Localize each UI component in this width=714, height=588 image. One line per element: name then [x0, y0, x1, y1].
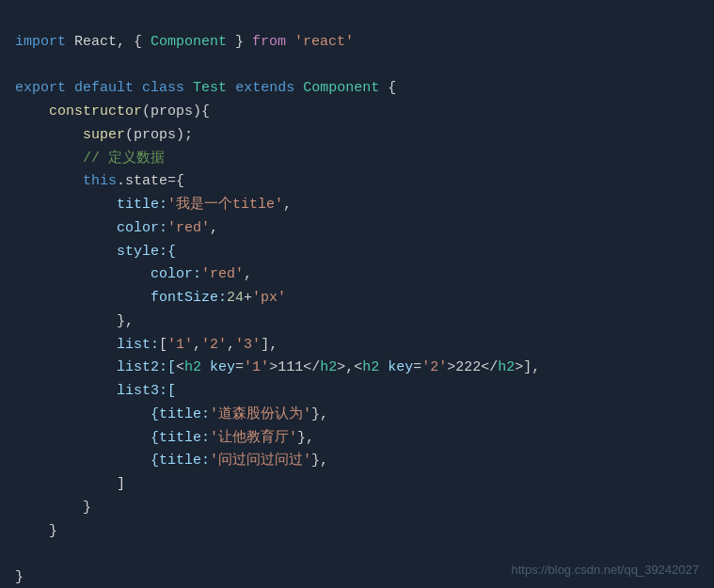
code-token: [134, 77, 142, 101]
code-token: React, {: [66, 31, 151, 55]
code-token: >111</: [269, 357, 320, 380]
code-line: color:'red',: [0, 217, 714, 241]
code-token: export: [15, 77, 66, 101]
code-token: >222</: [447, 357, 498, 380]
code-token: {: [379, 77, 396, 101]
code-token: Component: [303, 77, 379, 101]
code-token: {title:: [15, 427, 210, 451]
code-token: },: [297, 427, 314, 451]
code-token: list3:[: [15, 380, 176, 404]
code-token: '2': [421, 357, 447, 380]
code-line: title:'我是一个title',: [0, 194, 714, 217]
code-token: color:: [15, 263, 201, 287]
code-token: import: [15, 31, 66, 55]
code-line: style:{: [0, 241, 714, 264]
code-token: key: [388, 357, 413, 380]
code-token: ,: [227, 334, 235, 358]
code-token: ],: [261, 334, 278, 358]
code-line: export default class Test extends Compon…: [0, 77, 714, 101]
code-token: 24: [227, 287, 244, 310]
code-token: ,: [193, 334, 201, 358]
code-token: [294, 77, 303, 101]
code-token: }: [15, 566, 24, 588]
code-token: (props){: [142, 101, 210, 124]
code-line: {title:'让他教育厅'},: [0, 427, 714, 451]
code-line: {title:'道森股份认为'},: [0, 404, 714, 427]
code-line: // 定义数据: [0, 148, 714, 171]
code-line: {title:'问过问过问过'},: [0, 450, 714, 473]
code-token: 'red': [201, 263, 244, 287]
code-line: list3:[: [0, 380, 714, 404]
code-line: this.state={: [0, 170, 714, 194]
code-token: },: [15, 310, 134, 334]
code-token: ]: [15, 473, 125, 497]
code-token: '2': [201, 334, 227, 358]
code-line: },: [0, 310, 714, 334]
code-line: constructor(props){: [0, 101, 714, 124]
code-token: key: [210, 357, 235, 380]
code-token: <: [176, 357, 184, 380]
code-token: {title:: [15, 404, 210, 427]
code-token: Component: [151, 31, 227, 55]
code-token: (props);: [125, 124, 193, 148]
code-token: h2: [184, 357, 201, 380]
code-token: [15, 148, 83, 171]
code-token: '问过问过问过': [210, 450, 311, 473]
code-token: }: [15, 520, 57, 544]
code-token: '我是一个title': [167, 194, 283, 217]
code-line: super(props);: [0, 124, 714, 148]
code-token: '1': [167, 334, 193, 358]
code-token: =: [413, 357, 421, 380]
code-token: // 定义数据: [83, 148, 165, 171]
code-token: Test: [193, 77, 227, 101]
code-token: class: [142, 77, 184, 101]
code-token: from: [252, 31, 286, 55]
code-line: list:['1','2','3'],: [0, 334, 714, 358]
code-token: >],: [515, 357, 540, 380]
code-token: [286, 31, 294, 55]
code-token: color:: [15, 217, 167, 241]
watermark-text: https://blog.csdn.net/qq_39242027: [512, 563, 700, 577]
code-token: fontSize:: [15, 287, 227, 310]
code-token: h2: [498, 357, 515, 380]
code-token: 'px': [252, 287, 286, 310]
code-editor: import React, { Component } from 'react'…: [0, 0, 714, 588]
code-token: },: [311, 404, 328, 427]
code-token: [66, 77, 74, 101]
code-token: '让他教育厅': [210, 427, 297, 451]
code-line: }: [0, 497, 714, 520]
code-line: list2:[<h2 key='1'>111</h2>,<h2 key='2'>…: [0, 357, 714, 380]
code-token: super: [15, 124, 125, 148]
code-token: ,: [244, 263, 252, 287]
code-token: constructor: [15, 101, 142, 124]
code-token: [379, 357, 388, 380]
code-token: .state={: [117, 170, 184, 194]
code-token: +: [244, 287, 252, 310]
code-token: title:: [15, 194, 167, 217]
code-line: }: [0, 520, 714, 544]
code-token: =: [235, 357, 244, 380]
code-token: [201, 357, 210, 380]
code-token: style:{: [15, 241, 176, 264]
code-token: h2: [362, 357, 379, 380]
code-token: {title:: [15, 450, 210, 473]
code-token: [: [159, 334, 167, 358]
code-token: this: [83, 170, 117, 194]
code-token: list2:[: [15, 357, 176, 380]
code-token: ,: [283, 194, 292, 217]
code-token: >,<: [337, 357, 362, 380]
code-token: 'red': [167, 217, 210, 241]
code-line: import React, { Component } from 'react': [0, 31, 714, 55]
code-line: [0, 55, 714, 78]
code-line: color:'red',: [0, 263, 714, 287]
code-line: fontSize:24+'px': [0, 287, 714, 310]
code-token: h2: [320, 357, 337, 380]
code-token: [227, 77, 235, 101]
code-token: }: [15, 497, 91, 520]
code-token: }: [227, 31, 252, 55]
code-token: 'react': [294, 31, 354, 55]
code-token: list:: [15, 334, 159, 358]
code-token: default: [74, 77, 134, 101]
code-token: '1': [244, 357, 269, 380]
code-token: ,: [210, 217, 218, 241]
